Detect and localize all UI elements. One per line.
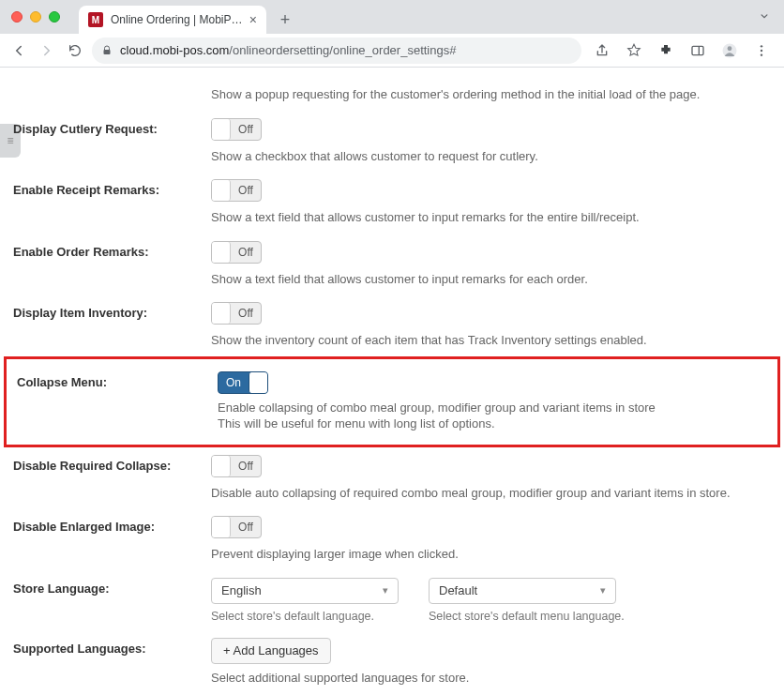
label-supported-languages: Supported Languages: (0, 638, 211, 656)
address-bar[interactable]: cloud.mobi-pos.com/onlineordersetting/on… (92, 38, 581, 64)
row-store-language: Store Language: English▾ Select store's … (0, 570, 784, 630)
fullscreen-window-icon[interactable] (49, 11, 60, 23)
row-display-cutlery: Display Cutlery Request: Off Show a chec… (0, 111, 784, 173)
row-item-inventory: Display Item Inventory: Off Show the inv… (0, 295, 784, 356)
settings-content: Show a popup requesting for the customer… (0, 68, 784, 695)
svg-rect-1 (692, 46, 703, 54)
svg-point-6 (761, 49, 762, 51)
svg-rect-0 (104, 50, 111, 54)
label-disable-enlarged-image: Disable Enlarged Image: (0, 516, 211, 534)
svg-point-5 (761, 45, 762, 47)
profile-avatar-icon[interactable] (718, 39, 741, 62)
tab-list-chevron-icon[interactable] (758, 9, 771, 23)
browser-tab[interactable]: M Online Ordering | MobiPOS × (79, 6, 266, 34)
desc-order-remarks: Show a text field that allows customer t… (211, 271, 771, 288)
highlight-box: Collapse Menu: On Enable collapsing of c… (4, 356, 780, 447)
toggle-order-remarks[interactable]: Off (211, 241, 262, 264)
new-tab-button[interactable]: + (274, 8, 296, 31)
back-button[interactable] (8, 39, 30, 62)
label-disable-required-collapse: Disable Required Collapse: (0, 455, 211, 473)
reload-button[interactable] (64, 39, 86, 62)
toolbar: cloud.mobi-pos.com/onlineordersetting/on… (0, 34, 784, 68)
sidepanel-icon[interactable] (686, 39, 709, 62)
label-item-inventory: Display Item Inventory: (0, 302, 211, 320)
browser-chrome: M Online Ordering | MobiPOS × + cloud.mo… (0, 0, 784, 68)
toggle-collapse-menu[interactable]: On (218, 371, 268, 394)
extensions-icon[interactable] (655, 39, 677, 62)
label-display-cutlery: Display Cutlery Request: (0, 118, 211, 136)
desc-disable-required-collapse: Disable auto collapsing of required comb… (211, 485, 771, 502)
share-icon[interactable] (591, 39, 613, 62)
forward-button (36, 39, 58, 62)
bookmark-star-icon[interactable] (623, 39, 645, 62)
label-receipt-remarks: Enable Receipt Remarks: (0, 179, 211, 197)
row-collapse-menu: Collapse Menu: On Enable collapsing of c… (7, 364, 777, 440)
chevron-down-icon: ▾ (600, 584, 606, 597)
svg-point-4 (728, 46, 732, 51)
label-order-remarks: Enable Order Remarks: (0, 241, 211, 259)
help-menu-language: Select store's default menu language. (429, 610, 646, 623)
row-disable-required-collapse: Disable Required Collapse: Off Disable a… (0, 447, 784, 509)
window-controls (0, 0, 71, 34)
minimize-window-icon[interactable] (30, 11, 41, 23)
row-ordering-method-popup: Show a popup requesting for the customer… (0, 73, 784, 111)
label-store-language: Store Language: (0, 578, 211, 596)
url-path: /onlineordersetting/online_order_setting… (229, 43, 456, 57)
close-window-icon[interactable] (11, 11, 23, 23)
toggle-disable-required-collapse[interactable]: Off (211, 455, 262, 477)
close-tab-icon[interactable]: × (249, 12, 257, 27)
desc-disable-enlarged-image: Prevent displaying larger image when cli… (211, 546, 771, 563)
tab-title: Online Ordering | MobiPOS (111, 13, 244, 26)
toggle-receipt-remarks[interactable]: Off (211, 179, 262, 202)
desc-display-cutlery: Show a checkbox that allows customer to … (211, 148, 771, 165)
intro-desc: Show a popup requesting for the customer… (211, 86, 771, 103)
lock-icon (101, 45, 113, 56)
desc-receipt-remarks: Show a text field that allows customer t… (211, 209, 771, 226)
svg-point-7 (761, 53, 762, 55)
toolbar-right (587, 39, 776, 62)
row-order-remarks: Enable Order Remarks: Off Show a text fi… (0, 234, 784, 295)
chevron-down-icon: ▾ (383, 584, 388, 597)
row-supported-languages: Supported Languages: + Add Languages Sel… (0, 630, 784, 694)
row-receipt-remarks: Enable Receipt Remarks: Off Show a text … (0, 172, 784, 234)
desc-supported-languages: Select additional supported languages fo… (211, 670, 771, 687)
desc-collapse-menu: Enable collapsing of combo meal group, m… (218, 400, 764, 432)
kebab-menu-icon[interactable] (750, 39, 773, 62)
tab-strip: M Online Ordering | MobiPOS × + (0, 0, 784, 34)
toggle-disable-enlarged-image[interactable]: Off (211, 516, 262, 538)
help-store-language: Select store's default language. (211, 610, 429, 623)
favicon-icon: M (88, 12, 103, 27)
desc-item-inventory: Show the inventory count of each item th… (211, 332, 771, 349)
select-menu-language[interactable]: Default▾ (429, 578, 616, 604)
toggle-display-cutlery[interactable]: Off (211, 118, 262, 141)
url-host: cloud.mobi-pos.com (120, 43, 229, 57)
select-store-language[interactable]: English▾ (211, 578, 399, 604)
toggle-item-inventory[interactable]: Off (211, 302, 262, 325)
label-collapse-menu: Collapse Menu: (7, 371, 218, 389)
row-disable-enlarged-image: Disable Enlarged Image: Off Prevent disp… (0, 508, 784, 570)
add-languages-button[interactable]: + Add Languages (211, 638, 331, 664)
